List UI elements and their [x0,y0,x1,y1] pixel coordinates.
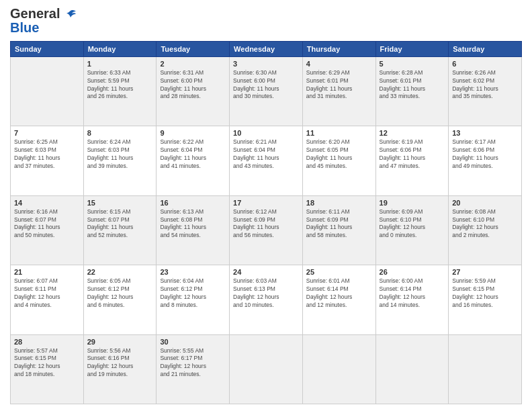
col-wednesday: Wednesday [230,41,303,56]
day-number: 29 [87,338,153,346]
table-cell: 7Sunrise: 6:25 AM Sunset: 6:03 PM Daylig… [11,126,84,195]
day-number: 24 [233,268,299,276]
table-cell: 3Sunrise: 6:30 AM Sunset: 6:00 PM Daylig… [230,56,303,126]
table-cell: 20Sunrise: 6:08 AM Sunset: 6:10 PM Dayli… [449,195,522,265]
table-cell: 15Sunrise: 6:15 AM Sunset: 6:07 PM Dayli… [83,195,157,265]
day-info: Sunrise: 6:21 AM Sunset: 6:04 PM Dayligh… [233,138,299,171]
day-number: 26 [380,268,445,276]
day-number: 19 [380,199,445,207]
col-friday: Friday [375,41,449,56]
calendar-week-row: 1Sunrise: 6:33 AM Sunset: 5:59 PM Daylig… [11,56,522,126]
day-info: Sunrise: 6:01 AM Sunset: 6:14 PM Dayligh… [306,277,372,310]
calendar-week-row: 21Sunrise: 6:07 AM Sunset: 6:11 PM Dayli… [11,265,522,334]
table-cell: 11Sunrise: 6:20 AM Sunset: 6:05 PM Dayli… [302,126,375,195]
day-info: Sunrise: 6:09 AM Sunset: 6:10 PM Dayligh… [380,208,445,240]
day-number: 1 [87,60,153,68]
table-cell: 22Sunrise: 6:05 AM Sunset: 6:12 PM Dayli… [83,265,157,334]
table-cell: 27Sunrise: 5:59 AM Sunset: 6:15 PM Dayli… [449,265,522,334]
table-cell: 6Sunrise: 6:26 AM Sunset: 6:02 PM Daylig… [449,56,522,126]
col-tuesday: Tuesday [157,41,230,56]
table-cell: 8Sunrise: 6:24 AM Sunset: 6:03 PM Daylig… [83,126,157,195]
day-number: 18 [306,199,372,207]
calendar-header-row: Sunday Monday Tuesday Wednesday Thursday… [11,41,522,56]
logo: General Blue [10,7,77,36]
day-number: 4 [306,60,372,68]
header: General Blue [10,7,522,36]
logo-general: General [10,6,60,21]
logo-blue-text: Blue [10,20,39,36]
day-number: 7 [14,129,80,137]
table-cell: 21Sunrise: 6:07 AM Sunset: 6:11 PM Dayli… [11,265,84,334]
day-number: 16 [160,199,226,207]
calendar-week-row: 28Sunrise: 5:57 AM Sunset: 6:15 PM Dayli… [11,334,522,404]
day-info: Sunrise: 6:11 AM Sunset: 6:09 PM Dayligh… [306,208,372,240]
day-info: Sunrise: 6:03 AM Sunset: 6:13 PM Dayligh… [233,277,299,310]
table-cell [375,334,449,404]
table-cell: 1Sunrise: 6:33 AM Sunset: 5:59 PM Daylig… [83,56,157,126]
day-info: Sunrise: 6:25 AM Sunset: 6:03 PM Dayligh… [14,138,80,171]
table-cell [230,334,303,404]
day-info: Sunrise: 6:30 AM Sunset: 6:00 PM Dayligh… [233,69,299,101]
day-info: Sunrise: 5:55 AM Sunset: 6:17 PM Dayligh… [160,347,226,379]
day-number: 30 [160,338,226,346]
col-thursday: Thursday [302,41,375,56]
col-monday: Monday [83,41,157,56]
day-info: Sunrise: 6:00 AM Sunset: 6:14 PM Dayligh… [380,277,445,310]
day-info: Sunrise: 6:28 AM Sunset: 6:01 PM Dayligh… [380,69,445,101]
day-info: Sunrise: 6:16 AM Sunset: 6:07 PM Dayligh… [14,208,80,240]
table-cell: 13Sunrise: 6:17 AM Sunset: 6:06 PM Dayli… [449,126,522,195]
day-info: Sunrise: 6:33 AM Sunset: 5:59 PM Dayligh… [87,69,153,101]
day-number: 6 [452,60,518,68]
day-number: 13 [452,129,518,137]
table-cell [11,56,84,126]
day-number: 11 [306,129,372,137]
table-cell: 5Sunrise: 6:28 AM Sunset: 6:01 PM Daylig… [375,56,449,126]
day-info: Sunrise: 6:13 AM Sunset: 6:08 PM Dayligh… [160,208,226,240]
table-cell: 4Sunrise: 6:29 AM Sunset: 6:01 PM Daylig… [302,56,375,126]
day-info: Sunrise: 6:08 AM Sunset: 6:10 PM Dayligh… [452,208,518,240]
day-info: Sunrise: 5:56 AM Sunset: 6:16 PM Dayligh… [87,347,153,379]
calendar-table: Sunday Monday Tuesday Wednesday Thursday… [10,41,522,404]
table-cell [449,334,522,404]
table-cell: 17Sunrise: 6:12 AM Sunset: 6:09 PM Dayli… [230,195,303,265]
day-info: Sunrise: 6:26 AM Sunset: 6:02 PM Dayligh… [452,69,518,101]
page: General Blue Sunday Monday Tuesday Wedne… [0,0,532,411]
col-saturday: Saturday [449,41,522,56]
day-number: 28 [14,338,80,346]
day-info: Sunrise: 6:12 AM Sunset: 6:09 PM Dayligh… [233,208,299,240]
day-number: 8 [87,129,153,137]
day-number: 21 [14,268,80,276]
day-info: Sunrise: 6:29 AM Sunset: 6:01 PM Dayligh… [306,69,372,101]
day-info: Sunrise: 6:31 AM Sunset: 6:00 PM Dayligh… [160,69,226,101]
day-info: Sunrise: 6:24 AM Sunset: 6:03 PM Dayligh… [87,138,153,171]
table-cell: 29Sunrise: 5:56 AM Sunset: 6:16 PM Dayli… [83,334,157,404]
day-number: 12 [380,129,445,137]
col-sunday: Sunday [11,41,84,56]
day-number: 2 [160,60,226,68]
day-info: Sunrise: 5:59 AM Sunset: 6:15 PM Dayligh… [452,277,518,310]
day-info: Sunrise: 6:22 AM Sunset: 6:04 PM Dayligh… [160,138,226,171]
day-info: Sunrise: 6:17 AM Sunset: 6:06 PM Dayligh… [452,138,518,171]
calendar-week-row: 7Sunrise: 6:25 AM Sunset: 6:03 PM Daylig… [11,126,522,195]
day-info: Sunrise: 6:20 AM Sunset: 6:05 PM Dayligh… [306,138,372,171]
day-number: 20 [452,199,518,207]
table-cell: 18Sunrise: 6:11 AM Sunset: 6:09 PM Dayli… [302,195,375,265]
day-number: 22 [87,268,153,276]
day-number: 3 [233,60,299,68]
table-cell: 12Sunrise: 6:19 AM Sunset: 6:06 PM Dayli… [375,126,449,195]
day-number: 9 [160,129,226,137]
day-info: Sunrise: 6:15 AM Sunset: 6:07 PM Dayligh… [87,208,153,240]
table-cell: 24Sunrise: 6:03 AM Sunset: 6:13 PM Dayli… [230,265,303,334]
table-cell: 23Sunrise: 6:04 AM Sunset: 6:12 PM Dayli… [157,265,230,334]
table-cell: 28Sunrise: 5:57 AM Sunset: 6:15 PM Dayli… [11,334,84,404]
table-cell: 25Sunrise: 6:01 AM Sunset: 6:14 PM Dayli… [302,265,375,334]
calendar-week-row: 14Sunrise: 6:16 AM Sunset: 6:07 PM Dayli… [11,195,522,265]
day-number: 25 [306,268,372,276]
day-number: 23 [160,268,226,276]
table-cell: 10Sunrise: 6:21 AM Sunset: 6:04 PM Dayli… [230,126,303,195]
table-cell: 26Sunrise: 6:00 AM Sunset: 6:14 PM Dayli… [375,265,449,334]
day-number: 27 [452,268,518,276]
day-number: 14 [14,199,80,207]
table-cell: 30Sunrise: 5:55 AM Sunset: 6:17 PM Dayli… [157,334,230,404]
table-cell: 19Sunrise: 6:09 AM Sunset: 6:10 PM Dayli… [375,195,449,265]
